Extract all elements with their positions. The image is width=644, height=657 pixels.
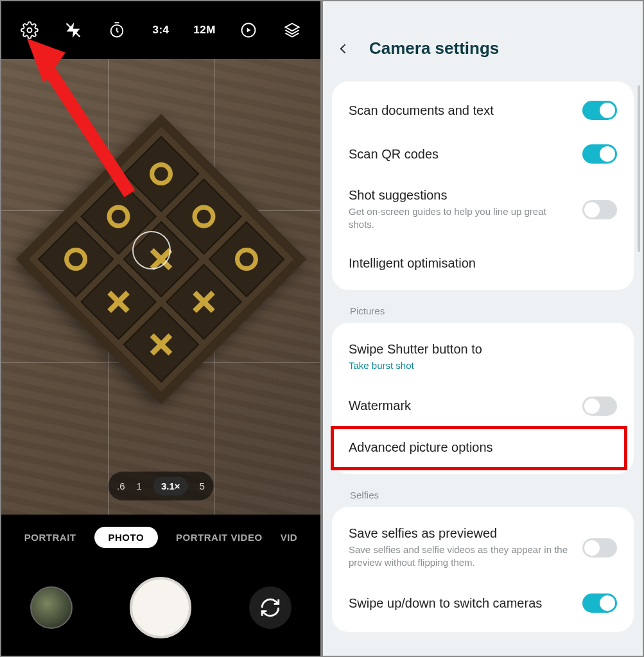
- row-scan-qr[interactable]: Scan QR codes: [332, 133, 634, 176]
- camera-mode-strip[interactable]: PORTRAIT PHOTO PORTRAIT VIDEO VID: [1, 515, 320, 559]
- row-swipe-shutter[interactable]: Swipe Shutter button to Take burst shot: [332, 329, 634, 385]
- toggle[interactable]: [582, 593, 617, 613]
- settings-card-general: Scan documents and text Scan QR codes Sh…: [332, 81, 634, 290]
- camera-viewfinder[interactable]: .6 1 3.1× 5: [1, 59, 320, 515]
- zoom-option[interactable]: 5: [200, 481, 205, 491]
- focus-indicator: [132, 231, 171, 269]
- aspect-ratio-button[interactable]: 3:4: [148, 17, 173, 43]
- row-title: Scan documents and text: [349, 103, 572, 118]
- row-title: Watermark: [349, 398, 572, 413]
- zoom-selector[interactable]: .6 1 3.1× 5: [108, 472, 214, 500]
- resolution-button[interactable]: 12M: [192, 17, 218, 43]
- scrollbar[interactable]: [638, 85, 640, 252]
- row-intelligent-optimisation[interactable]: Intelligent optimisation: [332, 244, 634, 284]
- switch-camera-button[interactable]: [249, 586, 292, 629]
- timer-icon[interactable]: [104, 17, 130, 43]
- shutter-button[interactable]: [130, 577, 191, 638]
- row-save-selfies-previewed[interactable]: Save selfies as previewed Save selfies a…: [332, 513, 634, 583]
- row-shot-suggestions[interactable]: Shot suggestions Get on-screen guides to…: [332, 176, 634, 244]
- settings-scroll[interactable]: Scan documents and text Scan QR codes Sh…: [323, 81, 643, 641]
- row-subtitle: Save selfies and selfie videos as they a…: [349, 543, 572, 570]
- toggle[interactable]: [582, 144, 617, 164]
- row-watermark[interactable]: Watermark: [332, 385, 634, 429]
- back-button[interactable]: [337, 40, 355, 58]
- section-label-pictures: Pictures: [332, 299, 634, 323]
- toggle[interactable]: [582, 200, 617, 219]
- toggle[interactable]: [582, 101, 617, 120]
- toggle[interactable]: [582, 538, 617, 558]
- zoom-option[interactable]: .6: [117, 481, 125, 491]
- zoom-option[interactable]: 1: [137, 481, 142, 491]
- row-title: Advanced picture options: [349, 440, 617, 455]
- row-advanced-picture-options[interactable]: Advanced picture options: [332, 429, 634, 468]
- filters-icon[interactable]: [279, 17, 305, 43]
- svg-point-7: [195, 208, 213, 226]
- settings-card-pictures: Swipe Shutter button to Take burst shot …: [332, 323, 634, 474]
- svg-point-6: [152, 165, 170, 183]
- svg-point-14: [66, 250, 85, 269]
- svg-marker-5: [247, 28, 250, 33]
- camera-settings-screen: Camera settings Scan documents and text …: [322, 0, 644, 657]
- svg-point-8: [237, 250, 256, 269]
- row-title: Intelligent optimisation: [349, 256, 617, 271]
- toggle[interactable]: [582, 397, 617, 416]
- motion-photo-icon[interactable]: [236, 17, 261, 43]
- row-subtitle: Take burst shot: [349, 359, 617, 372]
- mode-portrait-video[interactable]: PORTRAIT VIDEO: [176, 532, 263, 543]
- mode-photo[interactable]: PHOTO: [94, 527, 159, 548]
- svg-point-0: [28, 28, 32, 33]
- settings-card-selfies: Save selfies as previewed Save selfies a…: [332, 507, 634, 633]
- mode-video[interactable]: VID: [281, 532, 298, 543]
- row-subtitle: Get on-screen guides to help you line up…: [349, 205, 572, 232]
- camera-shutter-row: [1, 559, 320, 656]
- page-title: Camera settings: [369, 38, 499, 58]
- section-label-selfies: Selfies: [332, 483, 634, 507]
- camera-top-toolbar: 3:4 12M: [1, 1, 320, 59]
- row-title: Save selfies as previewed: [349, 526, 572, 541]
- settings-icon[interactable]: [17, 17, 42, 43]
- row-title: Scan QR codes: [349, 147, 572, 162]
- mode-portrait[interactable]: PORTRAIT: [24, 532, 76, 543]
- flash-icon[interactable]: [60, 17, 86, 43]
- row-scan-documents[interactable]: Scan documents and text: [332, 88, 634, 133]
- zoom-option-selected[interactable]: 3.1×: [153, 477, 188, 495]
- row-title: Swipe Shutter button to: [349, 342, 617, 357]
- camera-app: 3:4 12M .6 1 3.1× 5: [0, 0, 322, 657]
- settings-header: Camera settings: [323, 1, 643, 81]
- gallery-thumbnail[interactable]: [30, 586, 73, 629]
- row-swipe-switch-cameras[interactable]: Swipe up/down to switch cameras: [332, 582, 634, 626]
- row-title: Shot suggestions: [349, 188, 572, 203]
- svg-point-9: [109, 208, 128, 226]
- row-title: Swipe up/down to switch cameras: [349, 596, 572, 611]
